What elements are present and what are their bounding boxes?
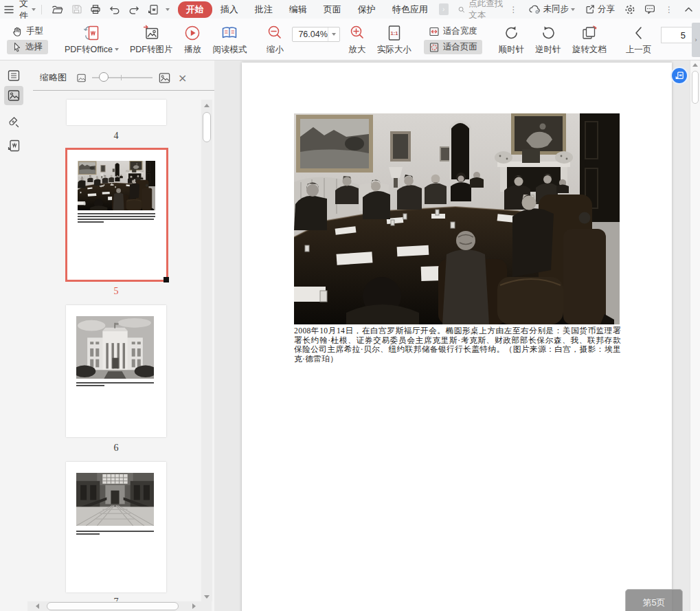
toolbar-expand-button[interactable]: ›: [692, 23, 700, 57]
close-panel-icon[interactable]: ×: [178, 71, 187, 85]
left-rail: [0, 60, 27, 611]
fit-width-label: 适合宽度: [443, 25, 477, 37]
fit-page-button[interactable]: 适合页面: [424, 40, 482, 54]
settings-gear-icon[interactable]: [624, 3, 635, 15]
zoom-level-combobox[interactable]: 76.04%: [292, 27, 339, 42]
thumbnail-panel-button[interactable]: [4, 86, 23, 105]
export-word-icon[interactable]: [148, 3, 159, 15]
thumbnail-label-6[interactable]: 6: [66, 443, 166, 454]
zoom-out-icon: [266, 24, 284, 42]
sync-label: 未同步: [543, 3, 569, 15]
thumbnail-photo-fed-building: [76, 316, 154, 379]
scroll-down-arrow[interactable]: [204, 595, 210, 599]
scroll-right-arrow[interactable]: [192, 603, 196, 609]
quickbar-more-icon[interactable]: [166, 8, 170, 11]
fit-width-button[interactable]: 适合宽度: [424, 24, 482, 38]
rotate-document-button[interactable]: 旋转文档: [567, 19, 612, 60]
document-vertical-scrollbar[interactable]: [690, 60, 700, 611]
outline-panel-button[interactable]: [4, 66, 23, 85]
rotate-clockwise-label: 顺时针: [499, 44, 525, 56]
rotate-document-icon: [580, 24, 598, 42]
hand-icon: [12, 26, 23, 37]
thumbnail-caption-lines: [78, 213, 155, 224]
thumbnail-label-4[interactable]: 4: [66, 131, 166, 142]
scrollbar-thumb[interactable]: [203, 112, 211, 142]
pdf-page-5[interactable]: 2008年10月14日，在白宫罗斯福厅开会。椭圆形桌上方由左至右分别是：美国货币…: [242, 63, 672, 611]
undo-icon[interactable]: [109, 3, 120, 15]
scroll-up-arrow[interactable]: [692, 63, 698, 67]
redo-icon[interactable]: [128, 3, 139, 15]
tab-edit[interactable]: 编辑: [281, 1, 315, 18]
convert-doc-icon: [675, 71, 684, 80]
main-menu-icon[interactable]: [4, 3, 14, 15]
tab-overflow-button[interactable]: ›: [439, 3, 449, 15]
titlebar-more-icon[interactable]: ⋮: [659, 5, 679, 14]
tab-special-apps[interactable]: 特色应用: [384, 1, 436, 18]
rotate-clockwise-button[interactable]: 顺时针: [493, 19, 530, 60]
tab-protect[interactable]: 保护: [350, 1, 384, 18]
search-box[interactable]: 点此查找文本: [458, 0, 504, 21]
previous-page-label: 上一页: [626, 44, 652, 56]
zoom-out-label: 缩小: [267, 44, 284, 56]
rotate-counterclockwise-button[interactable]: 逆时针: [530, 19, 567, 60]
zoom-out-button[interactable]: 缩小: [260, 19, 289, 60]
reading-mode-button[interactable]: 阅读模式: [207, 19, 252, 60]
thumbnail-page-7[interactable]: [66, 462, 166, 592]
select-tool-button[interactable]: 选择: [7, 40, 48, 54]
tab-insert[interactable]: 插入: [212, 1, 247, 18]
slider-knob[interactable]: [99, 72, 109, 82]
scrollbar-thumb[interactable]: [692, 71, 699, 104]
export-panel-button[interactable]: [4, 136, 23, 155]
zoom-small-image-icon[interactable]: [76, 73, 87, 83]
zoom-in-button[interactable]: 放大: [343, 19, 372, 60]
actual-size-icon: 1:1: [385, 24, 403, 42]
tab-annotate[interactable]: 批注: [247, 1, 281, 18]
titlebar-right: 未同步 分享 ⋮: [523, 3, 700, 15]
tab-home[interactable]: 开始: [178, 1, 212, 18]
zoom-large-image-icon[interactable]: [158, 71, 171, 85]
selection-resize-handle[interactable]: [163, 277, 169, 282]
thumbnail-caption-lines: [76, 382, 154, 388]
share-button[interactable]: 分享: [585, 3, 615, 15]
pdf-to-image-button[interactable]: PDF转图片: [124, 19, 179, 60]
open-folder-icon[interactable]: [52, 3, 63, 15]
rotate-counterclockwise-icon: [539, 24, 557, 42]
thumbnail-page-4[interactable]: [67, 100, 166, 125]
collapse-toolbar-icon[interactable]: [683, 3, 695, 15]
scroll-up-arrow[interactable]: [204, 104, 210, 107]
scroll-left-arrow[interactable]: [36, 603, 39, 609]
annotation-panel-button[interactable]: [4, 113, 23, 132]
chevron-down-icon: [332, 33, 336, 36]
ribbon-tabs: 开始 插入 批注 编辑 页面 保护 特色应用 ›: [178, 1, 449, 18]
print-icon[interactable]: [90, 3, 101, 15]
search-more-icon[interactable]: ⋮: [504, 5, 523, 14]
play-button[interactable]: 播放: [178, 19, 207, 60]
thumbnail-label-5[interactable]: 5: [66, 286, 166, 297]
thumbnail-size-slider[interactable]: [92, 73, 153, 82]
tab-page[interactable]: 页面: [315, 1, 350, 18]
play-icon: [183, 24, 201, 42]
rotate-counterclockwise-label: 逆时针: [535, 44, 561, 56]
thumbnail-page-6[interactable]: [66, 305, 166, 437]
pdf-to-office-button[interactable]: PDF转Office: [59, 19, 124, 60]
hand-tool-button[interactable]: 手型: [7, 24, 48, 38]
zoom-in-label: 放大: [348, 44, 365, 56]
actual-size-button[interactable]: 1:1 实际大小: [372, 19, 417, 60]
share-icon: [585, 4, 595, 14]
convert-float-button[interactable]: [670, 67, 688, 85]
outline-icon: [7, 69, 21, 82]
previous-page-button[interactable]: 上一页: [620, 19, 657, 60]
reading-mode-label: 阅读模式: [212, 44, 247, 56]
scrollbar-thumb[interactable]: [47, 602, 179, 610]
export-word-icon: [7, 139, 21, 153]
save-icon[interactable]: [71, 3, 82, 15]
zoom-dropdown[interactable]: [328, 27, 339, 41]
thumbnail-page-5-selected[interactable]: [65, 148, 168, 282]
sync-status[interactable]: 未同步: [528, 3, 576, 15]
pdf-to-office-icon: [82, 24, 100, 42]
comment-icon[interactable]: [644, 3, 655, 15]
page-number-badge: 第5页: [625, 589, 683, 611]
sidebar-vertical-scrollbar[interactable]: [201, 100, 212, 601]
titlebar: 文件 开始 插入 批注 编辑 页面 保护 特色应用: [0, 0, 700, 19]
sidebar-horizontal-scrollbar[interactable]: [27, 601, 212, 611]
